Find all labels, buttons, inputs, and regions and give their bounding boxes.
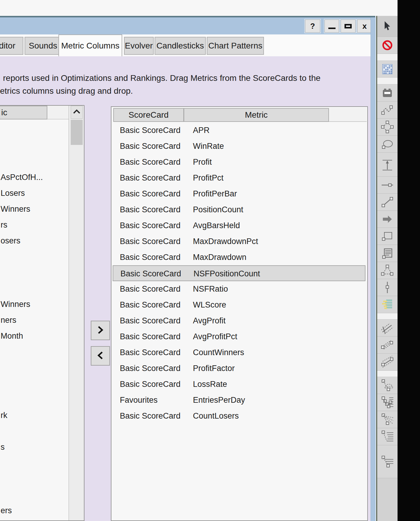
- cross-line-tool-button[interactable]: [377, 319, 398, 337]
- curve-tool-button[interactable]: [377, 102, 398, 119]
- note-icon: [380, 247, 395, 260]
- minimize-button[interactable]: [324, 19, 339, 33]
- tab-evolver[interactable]: Evolver: [124, 37, 154, 55]
- tab-sounds[interactable]: Sounds: [25, 37, 61, 55]
- metric-cell: ProfitPerBar: [193, 186, 237, 202]
- polygon-tool-button[interactable]: [377, 119, 398, 136]
- scorecard-cell: Basic ScoreCard: [120, 408, 181, 424]
- table-row[interactable]: Basic ScoreCardAPR: [113, 122, 365, 138]
- extend-line-tool-button[interactable]: [377, 153, 398, 177]
- list-item[interactable]: Winners: [1, 298, 30, 310]
- pointer-icon: [380, 20, 395, 33]
- fib-timezones-tool-button[interactable]: [377, 445, 398, 478]
- scorecard-cell: Basic ScoreCard: [120, 138, 181, 154]
- metric-cell: NSFPositionCount: [194, 266, 260, 282]
- chevron-left-icon: [97, 351, 104, 361]
- tab-chart-patterns[interactable]: Chart Patterns: [207, 37, 264, 55]
- ellipse-icon: [380, 137, 395, 151]
- metric-cell: Profit: [193, 154, 212, 170]
- table-row[interactable]: Basic ScoreCardCountWinners: [113, 345, 365, 361]
- available-metrics-column-header[interactable]: ic: [0, 106, 47, 119]
- trend-segment-tool-button[interactable]: [377, 194, 398, 211]
- list-item[interactable]: s: [1, 441, 5, 453]
- list-item[interactable]: Winners: [1, 203, 30, 215]
- table-row[interactable]: Basic ScoreCardNSFRatio: [113, 281, 365, 297]
- help-button[interactable]: ?: [305, 19, 320, 33]
- list-item[interactable]: Month: [1, 330, 23, 342]
- vertical-line-tool-button[interactable]: [377, 279, 398, 296]
- tab-metric-columns[interactable]: Metric Columns: [58, 34, 122, 56]
- table-row[interactable]: Basic ScoreCardProfit: [113, 154, 365, 170]
- fib-extension-tool-button[interactable]: [377, 428, 398, 445]
- rectangle-icon: [380, 230, 395, 243]
- scorecard-cell: Basic ScoreCard: [120, 313, 181, 329]
- scorecard-column-header[interactable]: ScoreCard: [113, 108, 184, 122]
- maximize-button[interactable]: [341, 19, 356, 33]
- metric-cell: ProfitPct: [193, 170, 223, 186]
- list-item[interactable]: Losers: [1, 187, 25, 199]
- table-row[interactable]: Basic ScoreCardWLScore: [113, 297, 365, 313]
- table-row[interactable]: Basic ScoreCardMaxDrawdownPct: [113, 234, 365, 249]
- move-right-button[interactable]: [91, 321, 110, 340]
- scorecard-cell: Basic ScoreCard: [120, 154, 181, 170]
- toolbar-separator: [377, 78, 398, 84]
- move-left-button[interactable]: [91, 346, 110, 366]
- table-row[interactable]: Basic ScoreCardProfitFactor: [113, 361, 365, 376]
- triangle-icon: [380, 264, 395, 277]
- list-item[interactable]: osers: [1, 235, 20, 247]
- table-row[interactable]: Basic ScoreCardPositionCount: [113, 202, 365, 218]
- scrollbar-track[interactable]: [71, 106, 83, 520]
- scrollbar-thumb[interactable]: [71, 120, 83, 145]
- battery-tool-button[interactable]: [377, 84, 398, 102]
- ellipse-tool-button[interactable]: [377, 136, 398, 153]
- scorecard-cell: Basic ScoreCard: [120, 361, 181, 376]
- fib-arcs-tool-button[interactable]: [377, 377, 398, 394]
- tab-candlesticks[interactable]: Candlesticks: [155, 37, 206, 55]
- list-item[interactable]: rk: [1, 409, 7, 421]
- table-row[interactable]: Basic ScoreCardProfitPct: [113, 170, 365, 186]
- scorecard-cell: Basic ScoreCard: [120, 202, 181, 218]
- fan-lines-tool-button[interactable]: [377, 411, 398, 428]
- horizontal-line-tool-button[interactable]: [377, 177, 398, 194]
- table-row[interactable]: Basic ScoreCardWinRate: [113, 138, 365, 154]
- arrow-right-tool-button[interactable]: [377, 211, 398, 228]
- table-row[interactable]: Basic ScoreCardCountLosers: [113, 408, 365, 424]
- scorecard-cell: Basic ScoreCard: [120, 218, 181, 234]
- note-tool-button[interactable]: [377, 245, 398, 262]
- metric-column-header[interactable]: Metric: [184, 108, 329, 122]
- scrollbar-up-button[interactable]: [71, 106, 83, 119]
- chevron-up-icon: [73, 109, 81, 115]
- table-row[interactable]: Basic ScoreCardAvgProfit: [113, 313, 365, 329]
- table-row[interactable]: FavouritesEntriesPerDay: [113, 392, 365, 408]
- list-item[interactable]: AsPctOfH...: [1, 171, 43, 183]
- table-row[interactable]: Basic ScoreCardAvgProfitPct: [113, 329, 365, 345]
- close-button[interactable]: x: [357, 19, 372, 33]
- arrow-right-icon: [380, 213, 395, 226]
- channel-icon: [380, 355, 395, 369]
- table-row[interactable]: Basic ScoreCardLossRate: [113, 376, 365, 392]
- scorecard-cell: Basic ScoreCard: [120, 329, 181, 345]
- dialog-titlebar[interactable]: ?x: [0, 17, 375, 34]
- no-entry-icon: [380, 39, 395, 52]
- drawing-toolbar: [376, 16, 398, 521]
- tab-ditor[interactable]: ditor: [0, 37, 23, 55]
- pointer-tool-button[interactable]: [377, 16, 398, 37]
- list-item[interactable]: ers: [1, 505, 12, 517]
- rectangle-tool-button[interactable]: [377, 228, 398, 245]
- table-row[interactable]: Basic ScoreCardAvgBarsHeld: [113, 218, 365, 234]
- list-item[interactable]: ners: [1, 314, 16, 326]
- pitchfork-tool-button[interactable]: [377, 337, 398, 354]
- table-row[interactable]: Basic ScoreCardProfitPerBar: [113, 186, 365, 202]
- list-item[interactable]: rs: [1, 219, 7, 231]
- no-entry-tool-button[interactable]: [377, 37, 398, 54]
- grid-pattern-tool-button[interactable]: [377, 61, 398, 78]
- table-row[interactable]: Basic ScoreCardNSFPositionCount: [113, 265, 365, 281]
- screen: ?x ditorSoundsMetric ColumnsEvolverCandl…: [0, 0, 420, 521]
- triangle-tool-button[interactable]: [377, 262, 398, 279]
- table-row[interactable]: Basic ScoreCardMaxDrawdown: [113, 249, 365, 265]
- channel-tool-button[interactable]: [377, 354, 398, 371]
- metric-cell: LossRate: [193, 376, 227, 392]
- highlight-bars-tool-button[interactable]: [377, 296, 398, 313]
- fib-retracement-tool-button[interactable]: [377, 394, 398, 411]
- left-panel-scrollbar[interactable]: [69, 106, 84, 520]
